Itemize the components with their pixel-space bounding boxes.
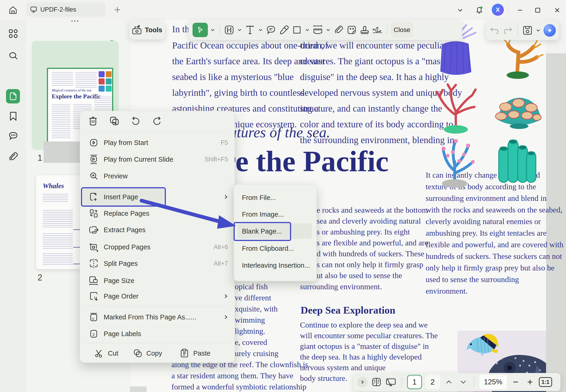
cut-icon xyxy=(94,348,104,358)
cut-button[interactable]: Cut xyxy=(94,345,118,361)
menu-item-play-from-start[interactable]: Play from Start F5 xyxy=(80,135,235,151)
page-2-button[interactable]: 2 xyxy=(425,375,440,389)
bottom-navigation-bar: 1 2 125% 1:1 xyxy=(353,373,560,391)
submenu-label: Interleaving Insertion... xyxy=(242,262,310,269)
text-line: Continue to explore the deep sea and we xyxy=(300,320,438,330)
comment-tool-icon[interactable] xyxy=(265,24,276,35)
save-options-chevron[interactable] xyxy=(535,27,541,33)
zoom-level-display[interactable]: 125% xyxy=(480,375,507,389)
undo-icon[interactable] xyxy=(489,25,500,36)
stamp-tool-icon[interactable] xyxy=(359,24,370,35)
notifications-bell-icon[interactable] xyxy=(475,6,484,15)
actual-size-button[interactable]: 1:1 xyxy=(539,377,552,387)
submenu-chevron xyxy=(223,314,229,320)
submenu-item-from-clipboard[interactable]: From Clipboard... xyxy=(234,240,317,256)
menu-item-split-pages[interactable]: Split Pages Alt+7 xyxy=(80,256,235,271)
user-avatar[interactable]: X xyxy=(492,4,504,16)
menu-item-label: Play from Start xyxy=(104,139,148,147)
rotate-left-icon[interactable] xyxy=(131,116,141,126)
page-layout-icon[interactable] xyxy=(371,377,382,388)
previous-page-chevron[interactable] xyxy=(443,377,455,388)
text-line: giant octopus is a "master of disguise" … xyxy=(300,341,438,352)
menu-shortcut: Alt+6 xyxy=(214,244,228,251)
select-tool-chevron[interactable] xyxy=(210,27,216,33)
play-icon xyxy=(88,137,99,148)
page-1-button-active[interactable]: 1 xyxy=(407,375,422,389)
sidebar-thumbnails-active[interactable] xyxy=(6,89,20,103)
select-tool-active[interactable] xyxy=(193,23,208,37)
pen-tool-icon[interactable] xyxy=(278,24,290,35)
attach-tool-icon[interactable] xyxy=(333,24,344,35)
menu-item-preview[interactable]: Preview xyxy=(80,168,235,184)
menu-item-page-order[interactable]: 1 Page Order xyxy=(80,288,235,304)
thumbnail-2-number: 2 xyxy=(38,273,42,282)
document-tab[interactable]: UPDF-2-files xyxy=(26,2,106,17)
doc-mid-last-line: surrounding environment. xyxy=(300,281,382,292)
close-edit-mode-button[interactable]: Close xyxy=(391,23,413,37)
signature-tool-icon[interactable] xyxy=(372,24,383,35)
presentation-mode-icon[interactable] xyxy=(385,377,396,388)
text-line: s can not only help it firmly grasp xyxy=(317,259,428,270)
paste-button[interactable]: Paste xyxy=(179,345,210,361)
panel-drag-handle[interactable] xyxy=(71,20,81,23)
tools-button[interactable]: Tools xyxy=(129,20,165,40)
text-line: e, covered xyxy=(235,337,278,348)
heading-tool-icon[interactable] xyxy=(224,24,235,35)
zoom-out-button[interactable] xyxy=(510,377,521,388)
text-line: xquisite, with xyxy=(235,303,278,315)
heading-tool-chevron[interactable] xyxy=(237,27,243,33)
minimize-button[interactable] xyxy=(515,6,525,15)
toolbar-collapse-chevron[interactable] xyxy=(456,6,465,15)
maximize-button[interactable] xyxy=(533,6,542,15)
menu-item-cropped-pages[interactable]: Cropped Pages Alt+6 xyxy=(80,239,235,255)
rotate-right-icon[interactable] xyxy=(152,116,162,126)
grid-view-icon[interactable] xyxy=(8,28,19,39)
text-line: used to sense the surrounding xyxy=(426,274,564,285)
text-line: opical fish xyxy=(235,281,278,292)
shape-tool-icon[interactable] xyxy=(291,24,303,35)
search-icon[interactable] xyxy=(8,51,19,61)
measure-tool-icon[interactable] xyxy=(312,24,323,35)
menu-item-page-size[interactable]: Page Size xyxy=(80,273,235,289)
split-pages-icon xyxy=(88,258,99,269)
attachments-icon[interactable] xyxy=(8,151,19,162)
redo-icon[interactable] xyxy=(502,25,513,36)
shape-tool-chevron[interactable] xyxy=(304,27,310,33)
measure-tool-chevron[interactable] xyxy=(325,27,331,33)
ai-assistant-button[interactable]: ✦ xyxy=(543,24,556,37)
text-tool-chevron[interactable] xyxy=(258,27,263,33)
blue-pink-coral xyxy=(442,139,475,188)
new-tab-button[interactable] xyxy=(113,6,122,14)
menu-shortcut: Shift+F5 xyxy=(205,156,228,163)
text-tool-icon[interactable] xyxy=(245,24,256,35)
submenu-item-from-image[interactable]: From Image... xyxy=(234,206,317,222)
duplicate-page-icon[interactable] xyxy=(109,116,120,126)
next-page-chevron[interactable] xyxy=(458,377,469,388)
close-window-button[interactable] xyxy=(552,6,562,15)
menu-item-page-labels[interactable]: 2 Page Labels xyxy=(80,326,235,342)
menu-divider xyxy=(86,132,229,133)
copy-button[interactable]: Copy xyxy=(132,345,162,361)
page-order-icon: 1 xyxy=(88,291,99,302)
mini-text xyxy=(43,210,73,229)
zoom-in-button[interactable] xyxy=(525,377,536,388)
expand-bar-button[interactable] xyxy=(357,377,368,387)
mini-text xyxy=(43,253,73,265)
titlebar-divider xyxy=(509,6,509,14)
sticker-tool-icon[interactable] xyxy=(346,24,357,35)
submenu-item-interleaving[interactable]: Interleaving Insertion... xyxy=(234,257,317,273)
home-icon[interactable] xyxy=(8,6,18,15)
tab-monitor-icon xyxy=(30,6,37,13)
text-line: lightning. xyxy=(235,326,278,337)
menu-item-label: Cropped Pages xyxy=(104,243,151,251)
mini-text xyxy=(52,104,70,139)
bookmarks-icon[interactable] xyxy=(8,111,19,122)
menu-item-play-from-current[interactable]: Play from Current Slide Shift+F5 xyxy=(80,152,235,167)
comments-icon[interactable] xyxy=(8,131,19,141)
delete-page-icon[interactable] xyxy=(88,116,98,126)
menu-item-marked-from-page[interactable]: ɪᴠ Marked From This Page As...... xyxy=(80,309,235,325)
save-icon[interactable] xyxy=(522,25,533,36)
submenu-chevron xyxy=(223,294,229,299)
text-line: only help it firmly grasp prey but also … xyxy=(426,262,564,274)
submenu-item-from-file[interactable]: From File... xyxy=(234,190,317,206)
